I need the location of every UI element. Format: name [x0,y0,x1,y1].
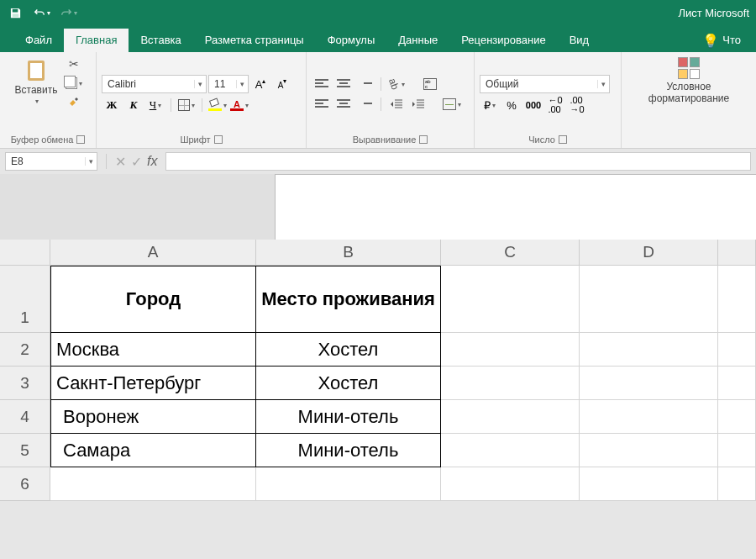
cell-b6[interactable] [256,467,441,501]
cell-e5[interactable] [718,434,756,467]
conditional-formatting-button[interactable]: Условноеформатирование [645,55,732,106]
align-center-button[interactable] [333,96,354,113]
tab-page-layout[interactable]: Разметка страницы [193,29,316,52]
cond-format-label2: форматирование [648,92,729,104]
format-painter-button[interactable] [64,94,84,111]
cell-a4[interactable]: Воронеж [50,400,256,434]
row-header-1[interactable]: 1 [0,266,50,333]
cell-a5[interactable]: Самара [50,434,256,467]
cell-c4[interactable] [441,400,580,434]
italic-button[interactable]: К [123,97,144,113]
cell-b1[interactable]: Место проживания [256,266,441,333]
align-middle-button[interactable] [333,76,354,92]
number-dialog-launcher[interactable] [559,135,567,144]
align-left-button[interactable] [312,96,332,113]
cell-c2[interactable] [441,333,580,367]
percent-icon: % [507,99,517,112]
tab-insert[interactable]: Вставка [129,29,192,52]
align-bottom-button[interactable] [355,76,375,92]
cell-d4[interactable] [580,400,718,434]
shrink-font-button[interactable]: A▾ [272,76,292,92]
row-header-2[interactable]: 2 [0,333,50,367]
font-name-combo[interactable]: Calibri▾ [102,75,207,93]
tab-review[interactable]: Рецензирование [449,29,557,52]
tell-me[interactable]: Что [722,29,753,52]
bold-button[interactable]: Ж [102,97,122,113]
wrap-text-icon [423,78,437,90]
percent-button[interactable]: % [501,97,522,113]
cell-d1[interactable] [580,266,718,333]
tab-file[interactable]: Файл [13,29,64,52]
increase-indent-button[interactable] [408,96,428,113]
cell-a2[interactable]: Москва [50,333,256,367]
tab-home[interactable]: Главная [64,29,129,52]
fill-color-button[interactable]: ▾ [207,97,228,113]
cell-d6[interactable] [580,467,718,501]
paste-button[interactable]: Вставить ▾ [12,55,61,133]
cell-b4[interactable]: Мини-отель [256,400,441,434]
currency-icon: ₽ [484,99,491,112]
font-color-button[interactable]: A▾ [229,97,249,113]
formula-input[interactable] [165,152,751,171]
cell-c3[interactable] [441,367,580,400]
cell-a1[interactable]: Город [50,266,256,333]
cell-e2[interactable] [718,333,756,367]
col-header-e[interactable] [718,240,756,266]
number-format-combo[interactable]: Общий▾ [480,75,610,93]
undo-button[interactable]: ▾ [34,4,50,21]
font-size-combo[interactable]: 11▾ [208,75,249,93]
cell-e1[interactable] [718,266,756,333]
cut-button[interactable]: ✂ [64,55,84,72]
row-header-5[interactable]: 5 [0,434,50,467]
wrap-text-button[interactable] [420,76,440,92]
decrease-decimal-button[interactable]: .00→0 [567,97,587,113]
decrease-indent-button[interactable] [386,96,407,113]
col-header-c[interactable]: C [441,240,580,266]
cell-c6[interactable] [441,467,580,501]
cell-c1[interactable] [441,266,580,333]
cell-c5[interactable] [441,434,580,467]
clipboard-dialog-launcher[interactable] [76,135,85,144]
font-dialog-launcher[interactable] [214,135,223,144]
row-header-3[interactable]: 3 [0,367,50,400]
col-header-b[interactable]: B [256,240,441,266]
grow-font-button[interactable]: A▴ [250,76,270,92]
row-header-4[interactable]: 4 [0,400,50,434]
borders-button[interactable]: ▾ [176,97,197,113]
fx-button[interactable]: fx [147,154,157,170]
cell-a6[interactable] [50,467,256,501]
comma-button[interactable]: 000 [523,97,543,113]
cell-b3[interactable]: Хостел [256,367,441,400]
tab-data[interactable]: Данные [386,29,449,52]
underline-button[interactable]: Ч▾ [145,97,165,113]
merge-button[interactable]: ▾ [442,96,462,113]
cell-b2[interactable]: Хостел [256,333,441,367]
fill-icon [208,99,222,111]
align-right-button[interactable] [355,96,375,113]
orientation-button[interactable]: ab▾ [386,76,407,92]
tab-formulas[interactable]: Формулы [316,29,387,52]
cell-b5[interactable]: Мини-отель [256,434,441,467]
row-header-6[interactable]: 6 [0,467,50,501]
cell-e4[interactable] [718,400,756,434]
col-header-a[interactable]: A [50,240,256,266]
col-header-d[interactable]: D [580,240,718,266]
cell-e6[interactable] [718,467,756,501]
cell-d2[interactable] [580,333,718,367]
cell-d3[interactable] [580,367,718,400]
select-all-corner[interactable] [0,240,50,266]
increase-decimal-button[interactable]: ←0.00 [545,97,565,113]
currency-button[interactable]: ₽▾ [480,97,500,113]
copy-button[interactable]: ▾ [64,75,84,92]
name-box[interactable]: E8▾ [5,152,97,171]
cell-e3[interactable] [718,367,756,400]
cell-d5[interactable] [580,434,718,467]
font-size-value: 11 [209,78,236,90]
alignment-dialog-launcher[interactable] [419,135,428,144]
tab-view[interactable]: Вид [558,29,601,52]
align-top-button[interactable] [312,76,332,92]
align-middle-icon [337,79,350,89]
cell-a3[interactable]: Сакнт-Петербург [50,367,256,400]
merge-icon [443,98,456,110]
save-button[interactable] [7,4,24,21]
